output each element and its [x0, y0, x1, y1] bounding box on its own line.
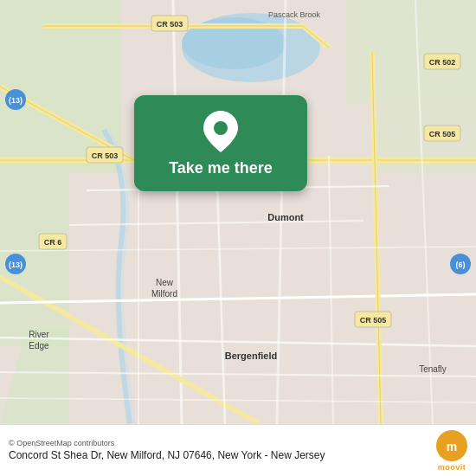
svg-text:New: New — [156, 278, 174, 287]
svg-point-36 — [214, 121, 228, 135]
svg-text:CR 505: CR 505 — [429, 130, 456, 138]
moovit-icon: m — [436, 430, 467, 461]
address-text: Concord St Shea Dr, New Milford, NJ 0764… — [9, 449, 429, 463]
svg-text:Pascack Brook: Pascack Brook — [268, 10, 321, 19]
moovit-text: moovit — [438, 463, 466, 472]
svg-text:(6): (6) — [456, 261, 466, 269]
moovit-logo: m moovit — [436, 430, 467, 472]
svg-text:CR 6: CR 6 — [44, 238, 62, 247]
popup-label: Take me there — [169, 159, 273, 177]
svg-text:Bergenfield: Bergenfield — [225, 351, 278, 361]
take-me-there-popup[interactable]: Take me there — [134, 95, 307, 191]
location-pin-icon — [203, 111, 238, 152]
map-container: CR 503 CR 503 CR 502 CR 505 CR 505 CR 6 … — [0, 0, 476, 424]
svg-text:(13): (13) — [9, 96, 23, 105]
svg-text:m: m — [447, 440, 457, 453]
svg-text:CR 502: CR 502 — [429, 58, 456, 67]
svg-text:CR 505: CR 505 — [360, 316, 387, 325]
svg-text:Dumont: Dumont — [267, 212, 304, 222]
svg-rect-4 — [346, 0, 476, 104]
bottom-bar: © OpenStreetMap contributors Concord St … — [0, 424, 476, 476]
svg-text:CR 503: CR 503 — [157, 20, 183, 29]
svg-text:(13): (13) — [9, 261, 23, 269]
svg-text:Tenafly: Tenafly — [419, 364, 447, 374]
svg-text:CR 503: CR 503 — [92, 151, 119, 160]
svg-text:River: River — [29, 330, 49, 339]
svg-text:Edge: Edge — [29, 341, 49, 351]
osm-credit: © OpenStreetMap contributors — [9, 439, 429, 447]
svg-text:Milford: Milford — [151, 289, 177, 299]
